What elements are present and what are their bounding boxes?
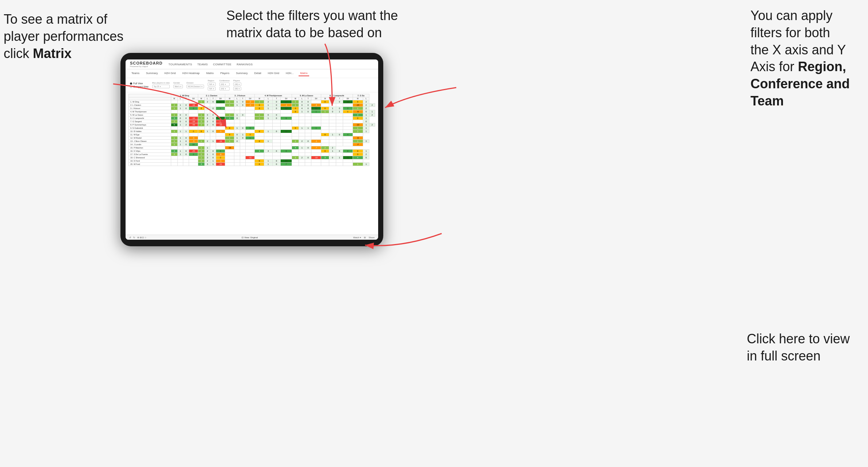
cell-0-21: 1 <box>329 100 336 104</box>
division-select[interactable]: NCAA Division I ▾ <box>187 85 204 88</box>
region-select[interactable]: N/A ▾ <box>208 82 215 86</box>
cell-8-1 <box>177 127 183 130</box>
sub-nav-players-summary[interactable]: Summary <box>234 71 249 76</box>
cell-4-0: 1 <box>171 113 177 117</box>
cell-2-13: 1 <box>264 107 272 110</box>
sub-nav-summary[interactable]: Summary <box>145 71 159 76</box>
nav-committee[interactable]: COMMITTEE <box>213 63 231 66</box>
cell-0-1 <box>177 100 183 104</box>
sub-nav-matrix-players[interactable]: Matrix <box>205 71 215 76</box>
sub-nav-h2h-heatmap[interactable]: H2H Heatmap <box>181 71 201 76</box>
screen-button[interactable]: ⊞ <box>364 236 366 239</box>
cell-1-5 <box>204 104 210 107</box>
compact-view-radio[interactable]: Compact View <box>130 85 149 88</box>
share-button[interactable]: Share <box>369 236 375 239</box>
cell-14-13 <box>264 146 272 150</box>
region-value2: N/A <box>209 88 212 90</box>
max-players-select[interactable]: Top 25 ▾ <box>152 85 170 88</box>
cell-3-12 <box>255 110 264 113</box>
player-name-7: 8. P Summerhays <box>129 123 171 127</box>
players-select2[interactable]: (All) ▾ <box>233 87 241 90</box>
annotation-bottom-right: Click here to view in full screen <box>747 331 850 365</box>
sub-nav-h2h-grid[interactable]: H2H Grid <box>163 71 177 76</box>
cell-10-9: 0 <box>234 133 240 136</box>
players-select[interactable]: (All) ▾ <box>233 82 241 86</box>
player-name-9: 10. B Valdes <box>129 130 171 133</box>
cell-4-3 <box>189 113 198 117</box>
cell-11-4 <box>198 136 205 140</box>
cell-8-24: 1 <box>353 127 363 130</box>
cell-10-19 <box>311 133 321 136</box>
cell-18-0 <box>171 159 177 163</box>
nav-teams[interactable]: TEAMS <box>197 63 208 66</box>
cell-7-17 <box>299 123 305 127</box>
sub-nav-h2h-dots[interactable]: H2H... <box>284 71 295 76</box>
cell-2-11 <box>246 107 255 110</box>
cell-10-21: 1 <box>329 133 336 136</box>
nav-tournaments[interactable]: TOURNAMENTS <box>168 63 192 66</box>
cell-13-3: 10 <box>189 143 198 146</box>
cell-4-13: 0 <box>264 113 272 117</box>
cell-15-21: 1 <box>329 150 336 153</box>
undo-button[interactable]: ↺ <box>129 236 131 239</box>
scoreboard-logo: SCOREBOARD Powered by clippd <box>130 61 162 67</box>
cell-14-3 <box>189 146 198 150</box>
cell-12-12: 0 <box>255 140 264 143</box>
cell-8-25: 1 <box>363 127 369 130</box>
sub-nav-h2h-grid2[interactable]: H2H Grid <box>266 71 281 76</box>
player-name-8: 9. N Gabrelcik <box>129 127 171 130</box>
sub-nav-detail[interactable]: Detail <box>253 71 263 76</box>
cell-7-5: 2 <box>204 123 210 127</box>
player-name-13: 14. J Lundin <box>129 143 171 146</box>
cell-7-20 <box>321 123 329 127</box>
player-name-5: 6. C Lamprecht <box>129 117 171 120</box>
cell-9-0: 1 <box>171 130 177 133</box>
cell-11-17 <box>299 136 305 140</box>
conference-select[interactable]: (All) ▾ <box>219 82 230 86</box>
cell-11-18 <box>305 136 311 140</box>
cell-6-10 <box>240 120 246 123</box>
redo-button[interactable]: ↻ <box>133 236 135 239</box>
full-view-radio[interactable]: Full View <box>130 82 149 85</box>
nav-rankings[interactable]: RANKINGS <box>237 63 253 66</box>
cell-7-10 <box>240 123 246 127</box>
cell-5-11 <box>246 117 255 120</box>
view-original-button[interactable]: ⊡ View: Original <box>242 236 258 239</box>
cell-13-16 <box>292 143 299 146</box>
cell-5-8: 3 <box>225 117 234 120</box>
sub-nav-teams[interactable]: Teams <box>130 71 141 76</box>
cell-1-4 <box>198 104 205 107</box>
region-select2[interactable]: N/A ▾ <box>208 87 215 90</box>
cell-7-8 <box>225 123 234 127</box>
cell-4-19 <box>311 113 321 117</box>
cell-6-15 <box>281 120 292 123</box>
cell-11-24: -6 <box>353 136 363 140</box>
cell-10-5 <box>204 133 210 136</box>
cell-11-6 <box>210 136 216 140</box>
cell-2-14: 0 <box>272 107 280 110</box>
cell-10-6 <box>210 133 216 136</box>
cell-17-12 <box>255 156 264 159</box>
cell-11-0: 1 <box>171 136 177 140</box>
sub-header-empty <box>129 97 171 100</box>
cell-0-6: 0 <box>210 100 216 104</box>
cell-8-5 <box>204 127 210 130</box>
cell-12-2: 0 <box>183 140 189 143</box>
cell-14-0 <box>171 146 177 150</box>
gender-select[interactable]: Men's ▾ <box>173 85 183 88</box>
cell-8-22 <box>336 127 343 130</box>
conference-select2[interactable]: (All) ▾ <box>219 87 230 90</box>
cell-2-18: 0 <box>305 107 311 110</box>
cell-10-1 <box>177 133 183 136</box>
sh-d6: Dif <box>343 97 353 100</box>
watch-button[interactable]: Watch ▾ <box>353 236 361 239</box>
cell-12-18: 0 <box>305 140 311 143</box>
sub-nav-matrix-active[interactable]: Matrix <box>299 71 309 76</box>
player-name-11: 12. M Riedel <box>129 136 171 140</box>
matrix-container[interactable]: 1. W Ding 2. L Clanton 3. J Koivun 4. M … <box>126 92 378 235</box>
sub-nav-players[interactable]: Players <box>219 71 231 76</box>
main-nav: TOURNAMENTS TEAMS COMMITTEE RANKINGS <box>168 63 253 66</box>
cell-2-8 <box>225 107 234 110</box>
cell-14-16: 4 <box>292 146 299 150</box>
cell-8-23 <box>343 127 353 130</box>
